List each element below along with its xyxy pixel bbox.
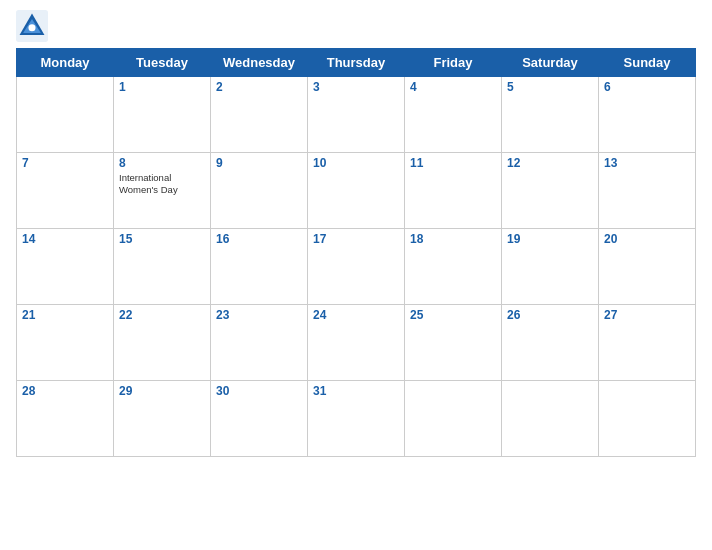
calendar-cell: 3 — [308, 77, 405, 153]
calendar-cell: 7 — [17, 153, 114, 229]
calendar-cell — [17, 77, 114, 153]
day-number: 3 — [313, 80, 399, 94]
day-number: 27 — [604, 308, 690, 322]
calendar-cell: 22 — [114, 305, 211, 381]
col-tuesday: Tuesday — [114, 49, 211, 77]
day-number: 20 — [604, 232, 690, 246]
calendar-page: Monday Tuesday Wednesday Thursday Friday… — [0, 0, 712, 550]
day-number: 23 — [216, 308, 302, 322]
calendar-cell: 25 — [405, 305, 502, 381]
calendar-cell: 18 — [405, 229, 502, 305]
calendar-cell: 4 — [405, 77, 502, 153]
calendar-cell: 1 — [114, 77, 211, 153]
calendar-cell: 20 — [599, 229, 696, 305]
day-number: 28 — [22, 384, 108, 398]
calendar-cell: 24 — [308, 305, 405, 381]
calendar-cell: 9 — [211, 153, 308, 229]
svg-point-3 — [28, 24, 35, 31]
day-number: 21 — [22, 308, 108, 322]
day-number: 29 — [119, 384, 205, 398]
col-friday: Friday — [405, 49, 502, 77]
calendar-cell: 19 — [502, 229, 599, 305]
col-wednesday: Wednesday — [211, 49, 308, 77]
day-number: 13 — [604, 156, 690, 170]
calendar-cell: 17 — [308, 229, 405, 305]
logo — [16, 10, 52, 42]
calendar-cell: 8International Women's Day — [114, 153, 211, 229]
day-number: 22 — [119, 308, 205, 322]
calendar-week-row: 123456 — [17, 77, 696, 153]
calendar-header: Monday Tuesday Wednesday Thursday Friday… — [17, 49, 696, 77]
calendar-cell: 28 — [17, 381, 114, 457]
event-label: International Women's Day — [119, 172, 205, 197]
calendar-cell: 14 — [17, 229, 114, 305]
day-number: 5 — [507, 80, 593, 94]
calendar-week-row: 28293031 — [17, 381, 696, 457]
day-number: 2 — [216, 80, 302, 94]
calendar-week-row: 78International Women's Day910111213 — [17, 153, 696, 229]
calendar-cell: 12 — [502, 153, 599, 229]
day-number: 8 — [119, 156, 205, 170]
day-number: 7 — [22, 156, 108, 170]
calendar-cell: 15 — [114, 229, 211, 305]
day-number: 10 — [313, 156, 399, 170]
calendar-cell: 30 — [211, 381, 308, 457]
calendar-cell: 5 — [502, 77, 599, 153]
calendar-cell — [599, 381, 696, 457]
calendar-cell: 16 — [211, 229, 308, 305]
calendar-cell: 21 — [17, 305, 114, 381]
day-number: 15 — [119, 232, 205, 246]
day-number: 19 — [507, 232, 593, 246]
col-thursday: Thursday — [308, 49, 405, 77]
calendar-body: 12345678International Women's Day9101112… — [17, 77, 696, 457]
day-number: 9 — [216, 156, 302, 170]
day-number: 6 — [604, 80, 690, 94]
day-number: 12 — [507, 156, 593, 170]
col-sunday: Sunday — [599, 49, 696, 77]
day-number: 30 — [216, 384, 302, 398]
day-number: 24 — [313, 308, 399, 322]
page-header — [16, 10, 696, 42]
calendar-cell: 6 — [599, 77, 696, 153]
calendar-cell: 11 — [405, 153, 502, 229]
calendar-cell: 2 — [211, 77, 308, 153]
calendar-cell: 13 — [599, 153, 696, 229]
day-number: 31 — [313, 384, 399, 398]
calendar-cell — [502, 381, 599, 457]
calendar-week-row: 14151617181920 — [17, 229, 696, 305]
day-number: 18 — [410, 232, 496, 246]
day-number: 4 — [410, 80, 496, 94]
calendar-cell: 10 — [308, 153, 405, 229]
day-number: 1 — [119, 80, 205, 94]
calendar-cell: 29 — [114, 381, 211, 457]
day-number: 11 — [410, 156, 496, 170]
calendar-cell: 23 — [211, 305, 308, 381]
day-number: 17 — [313, 232, 399, 246]
day-number: 14 — [22, 232, 108, 246]
calendar-cell: 26 — [502, 305, 599, 381]
day-number: 16 — [216, 232, 302, 246]
calendar-cell: 31 — [308, 381, 405, 457]
calendar-cell: 27 — [599, 305, 696, 381]
generalblue-logo-icon — [16, 10, 48, 42]
col-saturday: Saturday — [502, 49, 599, 77]
weekday-header-row: Monday Tuesday Wednesday Thursday Friday… — [17, 49, 696, 77]
col-monday: Monday — [17, 49, 114, 77]
calendar-table: Monday Tuesday Wednesday Thursday Friday… — [16, 48, 696, 457]
day-number: 25 — [410, 308, 496, 322]
calendar-week-row: 21222324252627 — [17, 305, 696, 381]
day-number: 26 — [507, 308, 593, 322]
calendar-cell — [405, 381, 502, 457]
